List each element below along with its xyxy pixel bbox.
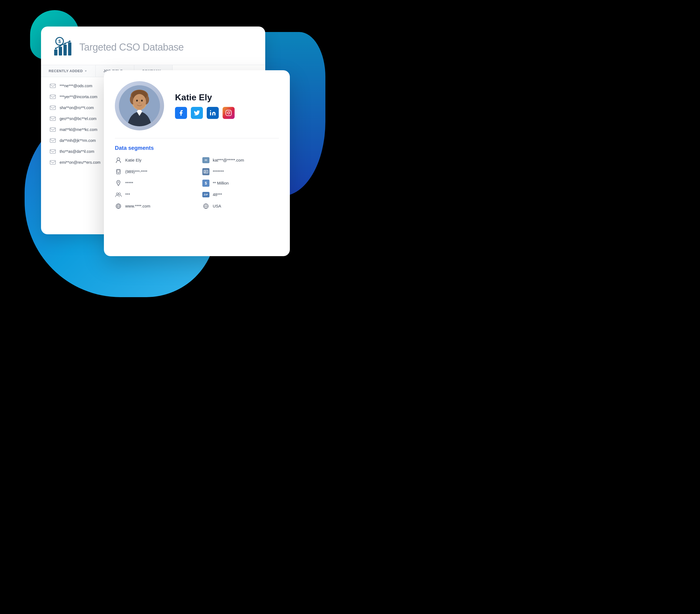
svg-rect-12 xyxy=(50,106,55,110)
svg-point-28 xyxy=(139,102,140,103)
segments-grid: Katie Ely ✉ kat***@*****.com xyxy=(115,156,279,210)
email-icon: ✉ xyxy=(202,156,210,164)
email-text: mat**kl@me**kc.com xyxy=(60,127,97,132)
segment-country: USA xyxy=(202,203,279,210)
email-text: emi**on@reu**ers.com xyxy=(60,160,100,165)
email-text: da**mh@jk**rm.com xyxy=(60,138,96,143)
segment-name-value: Katie Ely xyxy=(125,158,141,162)
segment-country-value: USA xyxy=(213,204,221,208)
zip-icon: ZIP xyxy=(202,191,210,198)
email-text: ***yer**@incorta.com xyxy=(60,95,97,99)
segment-location: ***** xyxy=(115,179,191,187)
svg-rect-3 xyxy=(59,47,62,55)
segment-revenue: $ ** Million xyxy=(202,179,279,187)
envelope-icon xyxy=(50,95,56,99)
svg-point-36 xyxy=(118,173,119,173)
svg-rect-35 xyxy=(117,170,120,172)
envelope-icon xyxy=(50,149,56,154)
svg-rect-13 xyxy=(50,117,55,121)
segment-zip-value: 48*** xyxy=(213,192,222,197)
svg-rect-5 xyxy=(68,42,71,55)
linkedin-icon[interactable] xyxy=(207,107,219,119)
page-title: Targeted CSO Database xyxy=(79,41,184,53)
svg-rect-15 xyxy=(50,139,55,142)
avatar-ring xyxy=(115,81,164,130)
envelope-icon xyxy=(50,84,56,88)
segment-id: ******* xyxy=(202,168,279,175)
segment-phone-value: (989)***-**** xyxy=(125,169,147,174)
svg-rect-11 xyxy=(50,95,55,99)
avatar xyxy=(119,85,160,126)
instagram-icon[interactable] xyxy=(223,107,235,119)
profile-info: Katie Ely xyxy=(175,92,279,119)
segment-employees: *** xyxy=(115,191,191,198)
segment-id-value: ******* xyxy=(213,169,224,174)
svg-point-6 xyxy=(55,48,57,49)
profile-name: Katie Ely xyxy=(175,92,279,102)
segment-email: ✉ kat***@*****.com xyxy=(202,156,279,164)
scene: $ Targeted CSO Database RE xyxy=(25,10,325,297)
segment-phone: (989)***-**** xyxy=(115,168,191,175)
segment-employees-value: *** xyxy=(125,192,130,197)
svg-point-8 xyxy=(64,43,66,44)
svg-rect-2 xyxy=(54,49,58,55)
svg-rect-31 xyxy=(226,110,231,116)
envelope-icon xyxy=(50,116,56,121)
svg-point-26 xyxy=(136,100,138,101)
svg-point-38 xyxy=(205,171,206,172)
person-icon xyxy=(115,156,122,164)
facebook-icon[interactable] xyxy=(175,107,187,119)
segment-revenue-value: ** Million xyxy=(213,181,228,185)
email-text: ***ne***@ods.com xyxy=(60,84,92,88)
envelope-icon xyxy=(50,127,56,132)
envelope-icon xyxy=(50,138,56,143)
app-logo: $ xyxy=(52,36,74,58)
social-icons xyxy=(175,107,279,119)
svg-point-33 xyxy=(117,158,120,161)
email-text: geo**sn@bc**el.com xyxy=(60,116,97,121)
svg-point-9 xyxy=(69,40,71,42)
filter-recently-added[interactable]: RECENTLY ADDED ▾ xyxy=(41,65,96,77)
chevron-down-icon: ▾ xyxy=(85,70,87,73)
segments-title: Data segments xyxy=(115,145,279,151)
envelope-icon xyxy=(50,105,56,110)
dollar-icon: $ xyxy=(202,179,210,187)
svg-point-25 xyxy=(133,94,146,109)
svg-rect-16 xyxy=(50,150,55,153)
segment-website: www.****.com xyxy=(115,203,191,210)
envelope-icon xyxy=(50,160,56,165)
svg-rect-17 xyxy=(50,161,55,164)
svg-text:$: $ xyxy=(59,39,61,44)
svg-point-41 xyxy=(119,193,121,195)
segment-website-value: www.****.com xyxy=(125,204,150,208)
svg-rect-4 xyxy=(63,45,67,55)
profile-header: Katie Ely xyxy=(115,81,279,138)
svg-point-30 xyxy=(210,110,211,111)
phone-icon xyxy=(115,168,122,175)
flag-icon xyxy=(202,203,210,210)
svg-point-40 xyxy=(116,193,118,195)
svg-rect-10 xyxy=(50,84,55,88)
svg-point-7 xyxy=(60,45,61,47)
detail-card: Katie Ely Dat xyxy=(104,70,290,256)
group-icon xyxy=(115,191,122,198)
segment-location-value: ***** xyxy=(125,181,133,185)
globe-icon xyxy=(115,203,122,210)
twitter-icon[interactable] xyxy=(191,107,203,119)
svg-rect-14 xyxy=(50,128,55,131)
id-icon xyxy=(202,168,210,175)
location-icon xyxy=(115,179,122,187)
email-text: sha**on@ro**t.com xyxy=(60,105,94,110)
svg-point-27 xyxy=(141,100,143,101)
segment-name: Katie Ely xyxy=(115,156,191,164)
card-header: $ Targeted CSO Database xyxy=(41,26,265,65)
segment-zip: ZIP 48*** xyxy=(202,191,279,198)
svg-point-39 xyxy=(118,181,119,183)
data-segments: Data segments Katie Ely ✉ xyxy=(115,138,279,210)
email-text: tho**as@da**il.com xyxy=(60,149,94,154)
segment-email-value: kat***@*****.com xyxy=(213,158,244,162)
